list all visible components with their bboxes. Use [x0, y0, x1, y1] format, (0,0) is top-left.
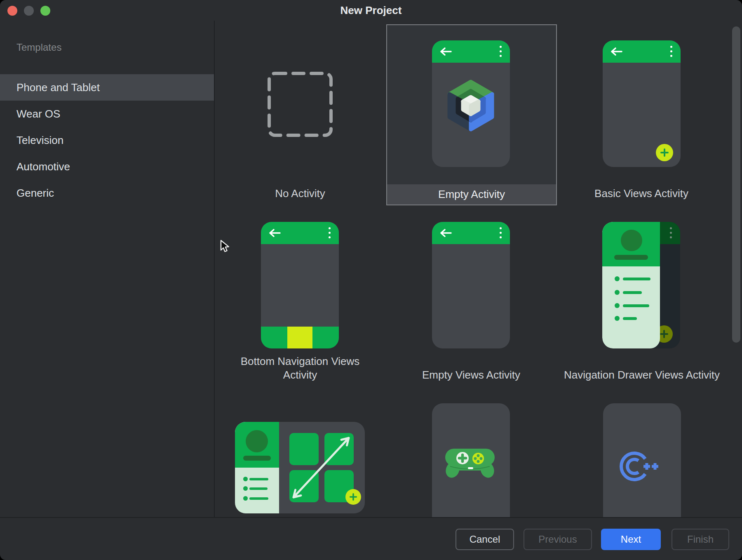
- fab-plus-icon: [345, 489, 361, 505]
- phone-mockup: [432, 403, 510, 517]
- jetpack-compose-logo-icon: [444, 79, 497, 132]
- cpp-logo-icon: [615, 446, 664, 487]
- tablet-template-card[interactable]: [235, 422, 365, 513]
- app-bar: [603, 40, 681, 63]
- avatar: [621, 230, 642, 251]
- mouse-cursor: [220, 240, 232, 253]
- template-card-empty-activity[interactable]: Empty Activity: [386, 24, 557, 205]
- kebab-menu-icon: [500, 46, 502, 59]
- sidebar-item-television[interactable]: Television: [0, 127, 214, 153]
- sidebar-item-automotive[interactable]: Automotive: [0, 153, 214, 180]
- app-bar: [261, 222, 339, 244]
- kebab-menu-icon: [670, 227, 672, 241]
- no-activity-dashed-square-icon: [267, 71, 333, 137]
- footer-divider: [0, 517, 742, 518]
- fab-plus-icon: [656, 144, 673, 161]
- back-arrow-icon: [268, 228, 282, 238]
- phone-mockup: [602, 222, 680, 348]
- phone-mockup: [432, 222, 510, 348]
- template-label: Navigation Drawer Views Activity: [547, 353, 737, 382]
- title-bar: New Project: [0, 0, 742, 20]
- templates-header: Templates: [16, 40, 61, 54]
- kebab-menu-icon: [500, 227, 502, 241]
- finish-button[interactable]: Finish: [672, 529, 729, 550]
- template-label: Empty Views Activity: [397, 353, 545, 382]
- bottom-navigation-bar: [261, 327, 339, 348]
- sidebar-item-phone-and-tablet[interactable]: Phone and Tablet: [0, 74, 214, 101]
- navigation-drawer: [602, 222, 660, 348]
- dialog-title: New Project: [0, 4, 742, 17]
- back-arrow-icon: [439, 47, 453, 56]
- template-label: Empty Activity: [387, 184, 556, 205]
- template-label: Bottom Navigation Views Activity: [230, 353, 370, 382]
- next-button[interactable]: Next: [601, 529, 661, 550]
- phone-mockup: [261, 222, 339, 348]
- template-label: Basic Views Activity: [567, 187, 716, 200]
- app-bar: [432, 222, 510, 244]
- kebab-menu-icon: [329, 227, 331, 241]
- phone-mockup: [603, 403, 681, 517]
- expand-diagonal-arrow-icon: [235, 422, 365, 513]
- sidebar-divider: [214, 21, 215, 517]
- phone-mockup: [603, 40, 681, 167]
- name-bar: [614, 255, 648, 260]
- back-arrow-icon: [609, 47, 623, 56]
- gamepad-icon: [444, 446, 497, 483]
- sidebar-item-wear-os[interactable]: Wear OS: [0, 101, 214, 127]
- phone-mockup: [432, 40, 510, 167]
- kebab-menu-icon: [670, 46, 672, 59]
- new-project-dialog: New Project Templates Phone and Tablet W…: [0, 0, 742, 560]
- vertical-scrollbar-thumb[interactable]: [732, 26, 740, 343]
- previous-button[interactable]: Previous: [524, 529, 592, 550]
- back-arrow-icon: [439, 228, 453, 238]
- sidebar-item-generic[interactable]: Generic: [0, 180, 214, 206]
- template-label: No Activity: [238, 187, 362, 200]
- cancel-button[interactable]: Cancel: [456, 529, 514, 550]
- app-bar: [432, 40, 510, 63]
